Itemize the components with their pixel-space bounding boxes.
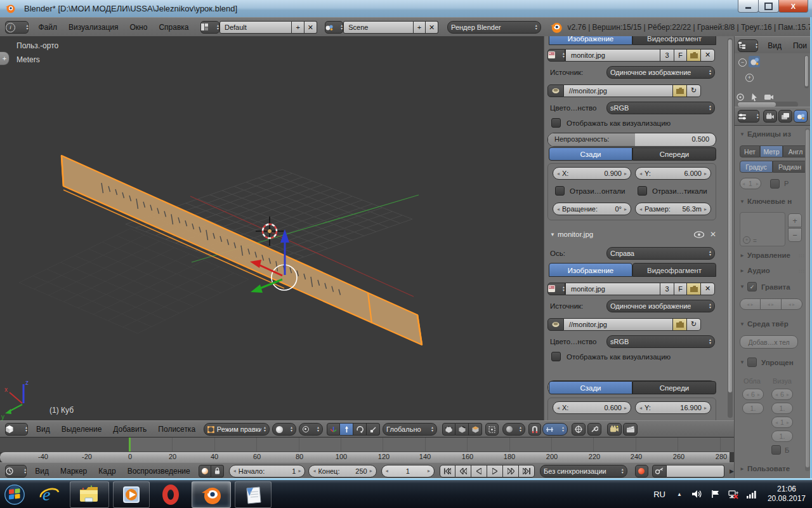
layout-add-button[interactable]: + [292,21,304,34]
unlink-image-button[interactable]: ✕ [701,49,715,62]
unlink-image-button[interactable]: ✕ [701,283,715,295]
stepper-right-icon[interactable]: ▸ [624,171,627,177]
editor-type-info-dropdown[interactable]: i ▴▾ [5,21,29,34]
add-rigidbody-world-button[interactable]: Добав…х тел [740,335,798,349]
outliner-vscrollbar[interactable] [804,55,809,88]
screen-layout-name-field[interactable]: Default [219,21,292,34]
simplify-child-render[interactable]: 1. [771,403,793,414]
stepper-right-icon[interactable]: ▸ [624,206,627,212]
tab-image-2[interactable]: Изображение [549,263,632,277]
offset-x-field[interactable]: ◂ X: 0.600 ▸ [553,401,631,414]
outliner-menu-view[interactable]: Вид [762,41,787,50]
image-source-icon-button[interactable] [547,84,564,97]
properties-editor-dropdown[interactable]: ▴▾ [738,110,759,123]
screen-layout-icon-button[interactable]: ▴▾ [200,21,219,34]
menu-help[interactable]: Справка [153,23,194,32]
opengl-render-animation-button[interactable] [623,423,638,436]
flip-horizontal-checkbox[interactable] [555,186,565,196]
stepper-left-icon[interactable]: ◂ [557,405,560,411]
toolbar-expand-tab[interactable]: + [0,51,10,65]
timeline-track-area[interactable] [0,437,734,452]
expand-plus-icon[interactable]: + [745,74,754,82]
menu-window[interactable]: Окно [124,23,154,32]
opacity-slider[interactable]: Непрозрачность: 0.500 [547,133,716,147]
keying-add-button[interactable]: + [788,213,802,227]
units-panel-header[interactable]: ▼ Единицы из [740,130,791,138]
rotation-field[interactable]: ◂ Вращение: 0° ▸ [553,203,631,215]
image-path-field[interactable]: //monitor.jpg [564,318,673,331]
language-indicator[interactable]: RU [653,490,665,499]
view-as-render-checkbox[interactable] [551,118,561,128]
stepper-right-icon[interactable]: ▸ [428,468,430,474]
stepper-left-icon[interactable]: ◂ [557,206,560,212]
outliner-menu-search[interactable]: Пои [787,41,812,50]
viewport-3d[interactable]: z x y Польз.-орто Meters + (1) Куб [0,36,544,420]
play-button[interactable] [487,465,503,478]
userprefs-panel-header[interactable]: ► Пользовате [740,465,790,472]
translate-manipulator-button[interactable] [340,423,353,436]
source-dropdown[interactable]: Одиночное изображение ▴▾ [606,300,715,312]
simplify-checkbox[interactable] [747,358,757,367]
next-keyframe-button[interactable] [503,465,519,478]
open-image-button[interactable] [687,49,701,62]
close-button[interactable]: X [778,0,808,13]
simplify-aa-stepper[interactable]: ◂1▸ [771,417,793,428]
render-layers-tab-button[interactable] [778,110,792,123]
image-source-icon-button[interactable] [547,318,564,331]
taskbar-wmp-button[interactable] [113,481,150,508]
gravity-vector-steppers[interactable]: ◂ ▸ ◂ ▸ ◂ ▸ [740,298,802,310]
maximize-button[interactable] [758,0,779,13]
viewport-canvas[interactable]: z x y [0,36,544,420]
timeline-menu-playback[interactable]: Воспроизведение [122,467,196,476]
tray-expand-icon[interactable]: ▲ [677,491,682,497]
volume-icon[interactable] [692,490,702,498]
stepper-left-icon[interactable]: ◂ [639,171,642,177]
timeline-editor-dropdown[interactable]: ▴▾ [5,465,27,478]
start-button[interactable] [0,482,29,507]
sync-dropdown[interactable]: Без синхронизации ▴▾ [540,465,627,478]
current-frame-field[interactable]: ◂ 1 ▸ [381,465,435,478]
gravity-checkbox[interactable]: ✓ [747,282,757,291]
stepper-left-icon[interactable]: ◂ [233,468,236,474]
collapse-triangle-icon[interactable]: ▼ [550,232,555,237]
back-button[interactable]: Сзади [549,147,632,161]
transform-orientation-dropdown[interactable]: Глобально ▴▾ [383,423,437,436]
stepper-right-icon[interactable]: ▸ [370,468,372,474]
simplify-panel-header[interactable]: ▼ Упрощен [740,358,794,367]
menu-render[interactable]: Визуализация [63,23,124,32]
manipulate-center-points-button[interactable] [587,423,601,436]
collapse-minus-icon[interactable]: − [738,58,747,67]
manipulator-toggle-button[interactable] [327,423,340,436]
scene-delete-button[interactable]: ✕ [426,21,438,34]
simplify-subdiv-viewport[interactable]: ◂6▸ [742,389,764,400]
image-browse-button[interactable]: ▴▾ [547,283,565,295]
units-radians-button[interactable]: Радиан [773,161,807,173]
mode-dropdown[interactable]: Режим правки ▴▾ [204,423,270,436]
limit-selection-visible-button[interactable] [485,423,499,436]
scene-tree-item[interactable] [749,56,760,67]
scene-tab-button-active[interactable] [794,110,808,123]
stepper-left-icon[interactable]: ◂ [557,171,560,177]
record-button[interactable] [635,465,648,478]
colorspace-dropdown[interactable]: sRGB ▴▾ [606,335,715,348]
scene-icon-button[interactable]: ▴▾ [325,21,344,34]
prev-keyframe-button[interactable] [455,465,471,478]
image-users-button[interactable]: 3 [660,49,674,62]
size-field[interactable]: ◂ Размер: 56.3m ▸ [635,203,711,215]
flip-vertical-checkbox[interactable] [638,186,647,196]
pivot-dropdown[interactable]: ▴▾ [299,423,323,436]
rotate-manipulator-button[interactable] [353,423,367,436]
eye-icon[interactable] [694,231,704,238]
stepper-left-icon[interactable]: ◂ [639,405,642,411]
simplify-subdiv-render[interactable]: ◂6▸ [771,389,793,400]
browse-path-button[interactable] [673,318,687,331]
colorspace-dropdown[interactable]: sRGB ▴▾ [606,102,715,114]
fake-user-button[interactable]: F [674,283,687,295]
units-none-button[interactable]: Нет [740,145,760,157]
window-titlebar[interactable]: Blender* [D:\МОИ МОДЕЛИ\USSA\Jeleznikov\… [0,0,812,18]
keying-set-button[interactable] [652,465,667,478]
units-imperial-button[interactable]: Англ [783,145,808,157]
offset-x-field[interactable]: ◂ X: 0.900 ▸ [553,167,631,180]
gravity-panel-header[interactable]: ▼ ✓ Гравита [740,282,790,291]
viewport-shading-dropdown[interactable]: ▴▾ [272,423,296,436]
